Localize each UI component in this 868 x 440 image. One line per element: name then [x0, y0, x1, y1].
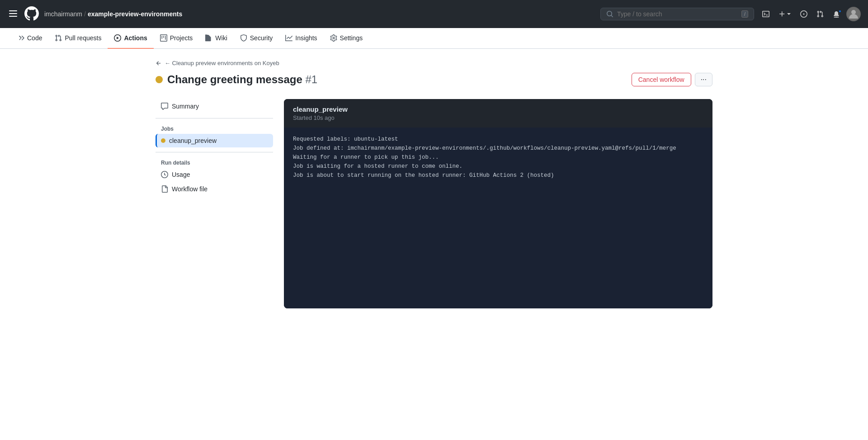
repo-nav: Code Pull requests Actions Projects Wiki…	[0, 28, 868, 49]
avatar[interactable]	[846, 7, 861, 21]
terminal-log-container: Requested labels: ubuntu-latestJob defin…	[293, 135, 703, 180]
search-icon	[606, 10, 613, 18]
sidebar-workflow-file-label: Workflow file	[172, 185, 208, 193]
sidebar-summary-label: Summary	[172, 103, 199, 110]
terminal-header: cleanup_preview Started 10s ago	[284, 99, 712, 128]
back-link[interactable]: ← Cleanup preview environments on Koyeb	[156, 60, 712, 66]
nav-item-wiki[interactable]: Wiki	[199, 28, 233, 49]
pull-requests-button[interactable]	[814, 9, 826, 19]
terminal-subtitle: Started 10s ago	[293, 114, 703, 121]
sidebar-job-label: cleanup_preview	[169, 137, 217, 144]
svg-rect-0	[9, 10, 17, 11]
code-icon	[17, 34, 24, 42]
workflow-title: Change greeting message #1	[167, 73, 317, 86]
workflow-header: Change greeting message #1 Cancel workfl…	[156, 73, 712, 86]
cancel-workflow-button[interactable]: Cancel workflow	[632, 73, 691, 86]
terminal-log-line: Job defined at: imchairmanm/example-prev…	[293, 144, 703, 153]
workflow-num: #1	[305, 73, 317, 85]
search-bar[interactable]: /	[600, 8, 754, 20]
nav-wiki-label: Wiki	[215, 34, 227, 42]
terminal-button[interactable]	[760, 9, 772, 19]
search-slash-badge: /	[741, 10, 748, 18]
actions-icon	[114, 34, 121, 42]
two-col: Summary Jobs cleanup_preview Run details…	[156, 99, 712, 308]
usage-icon	[161, 171, 168, 178]
wiki-icon	[205, 34, 212, 42]
back-link-text: ← Cleanup preview environments on Koyeb	[165, 60, 279, 66]
terminal-body: Requested labels: ubuntu-latestJob defin…	[284, 128, 712, 308]
insights-icon	[285, 34, 292, 42]
sidebar-divider-1	[156, 118, 273, 118]
workflow-status-dot	[156, 76, 163, 83]
sidebar-divider-2	[156, 152, 273, 152]
nav-pr-label: Pull requests	[65, 34, 101, 42]
settings-icon	[330, 34, 337, 42]
workflow-title-row: Change greeting message #1	[156, 73, 317, 86]
sidebar-usage-label: Usage	[172, 171, 190, 178]
nav-actions-label: Actions	[124, 34, 147, 42]
main-content: ← Cleanup preview environments on Koyeb …	[145, 49, 723, 319]
nav-item-actions[interactable]: Actions	[108, 28, 153, 49]
nav-item-insights[interactable]: Insights	[279, 28, 323, 49]
terminal-log-line: Requested labels: ubuntu-latest	[293, 135, 703, 144]
breadcrumb-repo[interactable]: example-preview-environments	[88, 10, 182, 18]
terminal-title: cleanup_preview	[293, 105, 703, 113]
sidebar-jobs-label: Jobs	[156, 123, 273, 134]
header-actions: Cancel workflow ···	[632, 73, 712, 86]
sidebar-workflow-file-link[interactable]: Workflow file	[156, 182, 273, 196]
nav-security-label: Security	[250, 34, 273, 42]
sidebar: Summary Jobs cleanup_preview Run details…	[156, 99, 273, 197]
notifications-button[interactable]	[830, 9, 843, 19]
breadcrumb-slash: /	[84, 10, 86, 18]
top-nav-right	[760, 7, 861, 21]
terminal-log-line: Waiting for a runner to pick up this job…	[293, 153, 703, 162]
terminal-card: cleanup_preview Started 10s ago Requeste…	[284, 99, 712, 308]
issues-button[interactable]	[797, 9, 810, 19]
security-icon	[240, 34, 247, 42]
nav-item-settings[interactable]: Settings	[324, 28, 369, 49]
more-options-button[interactable]: ···	[695, 73, 712, 86]
svg-point-3	[851, 10, 856, 14]
svg-rect-1	[9, 13, 17, 14]
job-status-dot	[161, 138, 165, 143]
nav-insights-label: Insights	[295, 34, 317, 42]
search-input[interactable]	[617, 10, 738, 18]
projects-icon	[160, 34, 167, 42]
back-arrow-icon	[156, 60, 162, 66]
pull-requests-icon	[55, 34, 62, 42]
nav-projects-label: Projects	[170, 34, 193, 42]
plus-button[interactable]	[776, 9, 794, 19]
svg-rect-2	[9, 16, 17, 17]
sidebar-job-cleanup-preview[interactable]: cleanup_preview	[156, 134, 273, 147]
top-nav: imchairmanm / example-preview-environmen…	[0, 0, 868, 28]
terminal-log-line: Job is waiting for a hosted runner to co…	[293, 162, 703, 171]
sidebar-usage-link[interactable]: Usage	[156, 168, 273, 181]
sidebar-run-details-label: Run details	[156, 157, 273, 168]
nav-item-pull-requests[interactable]: Pull requests	[48, 28, 108, 49]
sidebar-summary-link[interactable]: Summary	[156, 99, 273, 114]
nav-settings-label: Settings	[340, 34, 363, 42]
summary-icon	[161, 103, 168, 110]
hamburger-button[interactable]	[7, 8, 19, 21]
workflow-title-text: Change greeting message	[167, 73, 302, 85]
github-logo[interactable]	[24, 6, 39, 22]
breadcrumb: imchairmanm / example-preview-environmen…	[44, 10, 182, 18]
nav-item-security[interactable]: Security	[234, 28, 279, 49]
main-panel: cleanup_preview Started 10s ago Requeste…	[284, 99, 712, 308]
nav-item-projects[interactable]: Projects	[154, 28, 199, 49]
nav-code-label: Code	[27, 34, 42, 42]
nav-item-code[interactable]: Code	[11, 28, 48, 49]
workflow-file-icon	[161, 185, 168, 193]
terminal-log-line: Job is about to start running on the hos…	[293, 171, 703, 180]
breadcrumb-user[interactable]: imchairmanm	[44, 10, 82, 18]
